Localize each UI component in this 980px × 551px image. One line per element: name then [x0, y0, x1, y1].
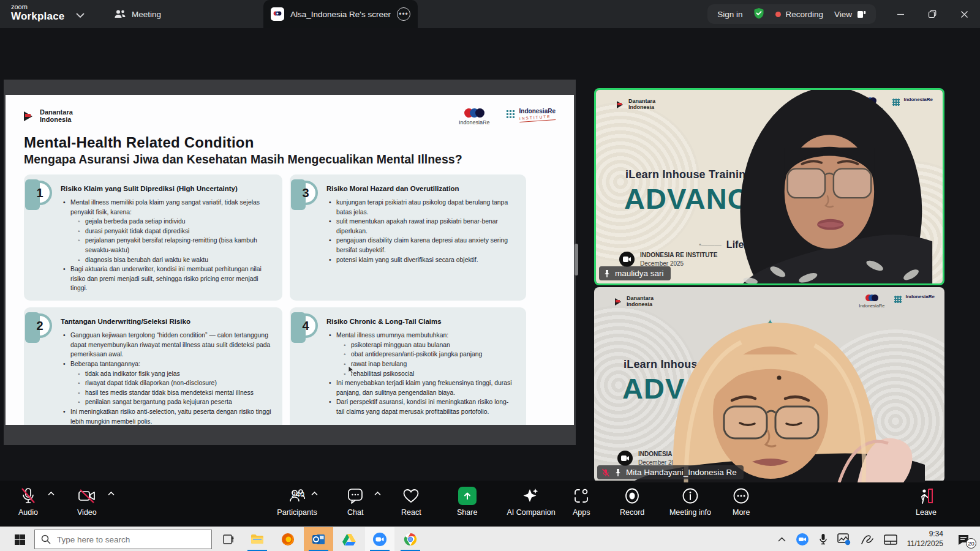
- firefox-button[interactable]: [273, 527, 303, 551]
- mouse-cursor: [348, 365, 355, 374]
- recording-indicator[interactable]: Recording: [775, 10, 823, 19]
- tab-meeting[interactable]: Meeting: [105, 0, 170, 28]
- leave-icon: [918, 487, 935, 505]
- record-icon: [624, 487, 641, 505]
- share-button[interactable]: Share: [457, 487, 477, 517]
- video-tile-participant[interactable]: DanantaraIndonesia IndonesiaRe Indonesia…: [594, 287, 944, 482]
- tray-touchpad-icon[interactable]: [884, 534, 897, 545]
- muted-mic-icon: [601, 468, 610, 477]
- chrome-button[interactable]: [396, 527, 425, 551]
- slide-risk-box: 3 Risiko Moral Hazard dan Overutilizatio…: [290, 174, 526, 301]
- bullet-item: Mental illness memiliki pola klaim yang …: [63, 198, 273, 217]
- institute-dots-icon: [506, 110, 516, 119]
- box-heading: Tantangan Underwriting/Seleksi Risiko: [61, 318, 273, 325]
- box-number-badge: 2: [28, 313, 52, 338]
- tray-zoom-icon[interactable]: [796, 533, 809, 546]
- video-button[interactable]: Video: [77, 487, 97, 517]
- notification-center-button[interactable]: 20: [953, 530, 974, 549]
- chat-bubble-icon: [347, 487, 363, 505]
- participant-name-label: maulidya sari: [599, 266, 671, 280]
- tray-chevron-up-icon[interactable]: [778, 537, 786, 542]
- outlook-button[interactable]: [304, 527, 333, 551]
- tab-options-ellipsis-icon[interactable]: •••: [397, 7, 410, 21]
- slide-title: Mental-Health Related Condition: [24, 134, 556, 151]
- google-drive-button[interactable]: [334, 527, 364, 551]
- people-icon: [114, 9, 126, 19]
- tab-shared-screen-label: Alsa_Indonesia Re's screen: [290, 10, 391, 19]
- zoom-workplace-logo: zoom Workplace: [11, 4, 64, 21]
- sub-bullet-item: rehabilitasi psikosocial: [344, 369, 516, 379]
- meeting-stage: DanantaraIndonesia IndonesiaRe Indonesia…: [0, 28, 980, 481]
- box-heading: Risiko Chronic & Long-Tail Claims: [326, 318, 516, 325]
- view-layout-icon: [857, 10, 866, 19]
- start-button[interactable]: [7, 527, 32, 551]
- react-button[interactable]: React: [401, 487, 421, 517]
- box-bullet-list: Mental illness memiliki pola klaim yang …: [63, 198, 273, 293]
- sub-bullet-item: durasi penyakit tidak dapat diprediksi: [78, 227, 273, 236]
- muted-camera-icon: [78, 487, 96, 505]
- video-tile-active-speaker[interactable]: DanantaraIndonesia IndonesiaRe Indonesia…: [594, 88, 944, 285]
- box-bullet-list: Gangguan kejiwaan tergolong “hidden cond…: [63, 331, 273, 425]
- meeting-info-button[interactable]: Meeting info: [666, 487, 715, 517]
- sub-bullet-item: hasil tes medis standar tidak bisa mende…: [78, 388, 273, 398]
- ai-companion-button[interactable]: AI Companion: [503, 487, 559, 517]
- tray-photos-icon[interactable]: [837, 533, 851, 545]
- indonesiare-institute-logo: IndonesiaReINSTITUTE: [506, 108, 556, 121]
- taskbar-search[interactable]: [34, 530, 212, 549]
- participants-button[interactable]: Participants 240: [271, 487, 323, 517]
- bullet-item: Dari perspektif asuransi, kondisi ini me…: [329, 397, 516, 416]
- bullet-item: pengajuan disability claim karena depres…: [329, 236, 516, 255]
- bullet-item: kunjungan terapi psikiatri atau psikolog…: [329, 198, 516, 217]
- minimize-button[interactable]: [884, 0, 916, 28]
- danantara-mark-icon: [24, 110, 36, 121]
- apps-button[interactable]: Apps: [573, 487, 590, 517]
- close-button[interactable]: [948, 0, 980, 28]
- tab-shared-screen[interactable]: Alsa_Indonesia Re's screen •••: [263, 0, 418, 28]
- zoom-meeting-window: zoom Workplace Meeting Alsa_Indonesia Re…: [0, 0, 980, 551]
- security-shield-icon[interactable]: [753, 7, 764, 21]
- video-panel: DanantaraIndonesia IndonesiaRe Indonesia…: [594, 60, 944, 455]
- bullet-item: Ini meningkatkan risiko anti-selection, …: [63, 407, 273, 425]
- view-button[interactable]: View: [834, 10, 866, 19]
- titlebar-controls: Sign in Recording View: [707, 4, 876, 24]
- audio-button[interactable]: Audio: [18, 487, 38, 517]
- chat-caret-icon[interactable]: [374, 492, 381, 496]
- window-controls: [884, 0, 980, 28]
- video-options-caret-icon[interactable]: [108, 492, 115, 496]
- participants-caret-icon[interactable]: [311, 492, 318, 496]
- participant-video-person: [596, 90, 943, 285]
- sub-bullet-item: rawat inap berulang: [344, 359, 516, 369]
- search-icon: [41, 534, 51, 544]
- pin-icon: [614, 468, 622, 477]
- more-button[interactable]: More: [733, 487, 750, 517]
- bullet-item: potensi klaim yang sulit diverifikasi se…: [329, 255, 516, 265]
- view-label: View: [834, 10, 852, 19]
- slide-risk-box: 1 Risiko Klaim yang Sulit Diprediksi (Hi…: [24, 174, 282, 301]
- tab-meeting-label: Meeting: [132, 10, 161, 19]
- file-explorer-button[interactable]: [243, 527, 272, 551]
- sign-in-button[interactable]: Sign in: [717, 10, 742, 19]
- leave-button[interactable]: Leave: [916, 487, 937, 517]
- presentation-slide: DanantaraIndonesia IndonesiaRe Indonesia…: [6, 95, 574, 425]
- sub-bullet-item: penilaian sangat bergantung pada kejujur…: [78, 397, 273, 407]
- panel-resize-handle[interactable]: [575, 244, 578, 276]
- bullet-item: Ini menyebabkan terjadi klaim yang freku…: [329, 378, 516, 397]
- chat-button[interactable]: Chat: [347, 487, 363, 517]
- taskbar-clock[interactable]: 9:34 11/12/2025: [907, 530, 943, 549]
- search-input[interactable]: [57, 535, 198, 544]
- tray-ink-pen-icon[interactable]: [861, 534, 874, 545]
- slide-risk-box: 2 Tantangan Underwriting/Seleksi Risiko …: [24, 307, 282, 425]
- record-button[interactable]: Record: [620, 487, 644, 517]
- tray-microphone-icon[interactable]: [819, 533, 827, 545]
- workspace-chevron-down-icon[interactable]: [76, 10, 85, 21]
- titlebar: zoom Workplace Meeting Alsa_Indonesia Re…: [0, 0, 980, 28]
- system-tray: 9:34 11/12/2025 20: [778, 527, 980, 551]
- box-heading: Risiko Moral Hazard dan Overutilization: [326, 185, 516, 192]
- task-view-button[interactable]: [216, 527, 241, 551]
- clock-time: 9:34: [929, 530, 943, 538]
- zoom-app-button[interactable]: [365, 527, 394, 551]
- info-icon: [682, 487, 699, 505]
- meeting-toolbar: Audio Video Participants 240 Chat: [0, 481, 980, 527]
- maximize-button[interactable]: [916, 0, 948, 28]
- audio-options-caret-icon[interactable]: [48, 492, 55, 496]
